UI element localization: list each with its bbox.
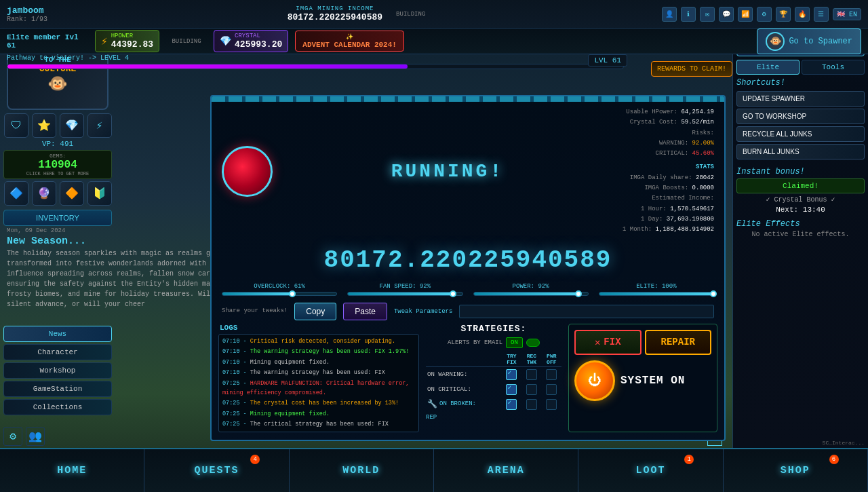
log-entry: 07:10 - The warning strategy has been us…: [221, 368, 416, 379]
no-effects-text: No active Elite effects.: [736, 231, 865, 238]
nav-world[interactable]: WORLD: [290, 449, 434, 492]
update-spawner-btn[interactable]: UPDATE SPAWNER: [736, 91, 865, 107]
one-month-label: 1 Month:: [623, 226, 652, 233]
nav-character[interactable]: Character: [3, 344, 112, 360]
share-label: Share your tweaks!: [222, 307, 288, 316]
nav-gamestation[interactable]: GameStation: [3, 381, 112, 397]
power-track[interactable]: [473, 292, 589, 296]
repair-button[interactable]: REPAIR: [645, 330, 712, 355]
sc-logo: SC_Interac...: [823, 440, 865, 446]
alerts-on-badge[interactable]: ON: [506, 337, 523, 348]
overclock-thumb[interactable]: [289, 290, 296, 297]
overclock-track[interactable]: [222, 292, 337, 296]
nav-home[interactable]: HOME: [0, 449, 144, 492]
fix-button[interactable]: ✕ FIX: [574, 330, 642, 355]
icon-settings[interactable]: ⚙: [757, 7, 772, 22]
estimated-income-label: Estimated Income:: [652, 195, 714, 202]
left-icon-2-4[interactable]: 🔰: [87, 181, 112, 206]
top-bar-center: IMGA MINING INCOME 80172.220225940589 BU…: [56, 5, 656, 22]
fan-speed-thumb[interactable]: [450, 290, 456, 297]
warning-pwr-off-checkbox[interactable]: [546, 369, 557, 380]
nav-loot[interactable]: LOOT 1: [578, 449, 723, 492]
toggle-switch[interactable]: [526, 339, 540, 347]
bottom-left-icons: ⚙ 👥: [3, 427, 45, 446]
left-icon-star[interactable]: ⭐: [32, 113, 56, 138]
log-entry: 07:25 - The crystal cost has been increa…: [221, 398, 416, 409]
left-icon-gem[interactable]: 💎: [60, 113, 84, 138]
fan-speed-track[interactable]: [347, 292, 462, 296]
tweak-input[interactable]: [459, 305, 714, 318]
icon-info[interactable]: ℹ: [681, 7, 696, 22]
burn-all-junks-btn[interactable]: BURN ALL JUNKS: [736, 144, 865, 159]
broken-pwr-off-checkbox[interactable]: [546, 399, 557, 410]
imga-daily-value: 28042: [696, 174, 714, 181]
table-row: ON WARNING:: [426, 366, 561, 382]
icon-person[interactable]: 👤: [662, 7, 677, 22]
one-day-value: 37,693.190800: [667, 216, 714, 223]
member-badge: Elite member Ivl 61: [7, 33, 88, 50]
icon-signal[interactable]: 📶: [738, 7, 753, 22]
on-critical-label: ON CRITICAL:: [426, 382, 502, 397]
broken-try-fix-checkbox[interactable]: [506, 399, 517, 410]
warning-try-fix-checkbox[interactable]: [506, 369, 517, 380]
advent-box[interactable]: ✨ ADVENT CALENDAR 2024!: [295, 31, 404, 52]
go-to-workshop-btn[interactable]: GO TO WORKSHOP: [736, 109, 865, 124]
tab-tools[interactable]: Tools: [802, 60, 865, 75]
critical-try-fix-checkbox[interactable]: [506, 384, 517, 395]
crystal-label: CRYSTAL: [235, 33, 282, 39]
warning-rec-twk-checkbox[interactable]: [526, 369, 537, 380]
rewards-button[interactable]: REWARDS TO CLAIM!: [651, 61, 732, 77]
elite-track[interactable]: [599, 292, 714, 296]
left-icon-2-1[interactable]: 🔷: [4, 181, 28, 206]
strategies-panel: STRATEGIES: ALERTS BY EMAIL ON TRYFIX RE…: [426, 324, 561, 432]
recycle-all-junks-btn[interactable]: RECYCLE ALL JUNKS: [736, 126, 865, 142]
log-entry: 07:25 - The critical strategy has been u…: [221, 419, 416, 430]
go-spawner-button[interactable]: 🐵 Go to Spawner: [757, 29, 861, 54]
nav-quests[interactable]: QUESTS 4: [144, 449, 289, 492]
nav-workshop[interactable]: Workshop: [3, 362, 112, 379]
player-name: jamboom: [7, 5, 47, 16]
nav-collections[interactable]: Collections: [3, 399, 112, 415]
tab-elite[interactable]: Elite: [736, 60, 800, 75]
col-pwr-off: PWROFF: [542, 352, 561, 367]
nav-shop[interactable]: SHOP 6: [724, 449, 868, 492]
copy-button[interactable]: Copy: [294, 303, 336, 320]
gems-sub[interactable]: CLICK HERE TO GET MORE: [8, 171, 107, 176]
left-icon-2-2[interactable]: 🔮: [32, 181, 56, 206]
warning-label: WARNING:: [659, 140, 688, 147]
left-icon-2-3[interactable]: 🔶: [60, 181, 84, 206]
nav-shop-label: SHOP: [781, 465, 810, 476]
icon-menu[interactable]: ☰: [814, 7, 829, 22]
hpower-label: HPOWER: [111, 33, 153, 39]
nav-news[interactable]: News: [3, 326, 112, 342]
crystal-cost-label: Crystal Cost:: [630, 119, 677, 126]
hash-display: 80172.220225940589: [212, 241, 724, 280]
left-icon-bolt[interactable]: ⚡: [87, 113, 112, 138]
nav-arena[interactable]: ARENA: [434, 449, 578, 492]
paste-button[interactable]: Paste: [343, 303, 387, 320]
imga-boosts-value: 0.0000: [692, 185, 714, 191]
on-warning-label: ON WARNING:: [426, 366, 502, 382]
elite-thumb[interactable]: [710, 290, 717, 297]
power-button[interactable]: ⏻: [574, 360, 615, 401]
left-icon-shield[interactable]: 🛡: [4, 113, 28, 138]
settings-icon[interactable]: ⚙: [3, 427, 22, 446]
inventory-button[interactable]: INVENTORY: [3, 210, 112, 226]
next-timer: Next: 13:40: [736, 206, 865, 214]
icon-mail[interactable]: ✉: [700, 7, 715, 22]
overclock-fill: [222, 292, 292, 295]
icon-chat[interactable]: 💬: [719, 7, 734, 22]
people-icon[interactable]: 👥: [26, 427, 45, 446]
mining-income-value: 80172.220225940589: [288, 12, 382, 22]
critical-rec-twk-checkbox[interactable]: [526, 384, 537, 395]
critical-pwr-off-checkbox[interactable]: [546, 384, 557, 395]
fan-speed-slider-group: FAN SPEED: 92%: [347, 283, 462, 296]
icon-trophy[interactable]: 🏆: [776, 7, 791, 22]
logs-panel: LOGS 07:10 - Critical risk detected, con…: [218, 324, 419, 432]
language-badge[interactable]: 🇬🇧 EN: [833, 8, 861, 20]
icon-fire[interactable]: 🔥: [795, 7, 810, 22]
power-thumb[interactable]: [575, 290, 582, 297]
x-icon: ✕: [595, 337, 600, 348]
broken-rec-twk-checkbox[interactable]: [526, 399, 537, 410]
right-sidebar: Home Elite Tools Shortcuts! UPDATE SPAWN…: [732, 29, 868, 448]
